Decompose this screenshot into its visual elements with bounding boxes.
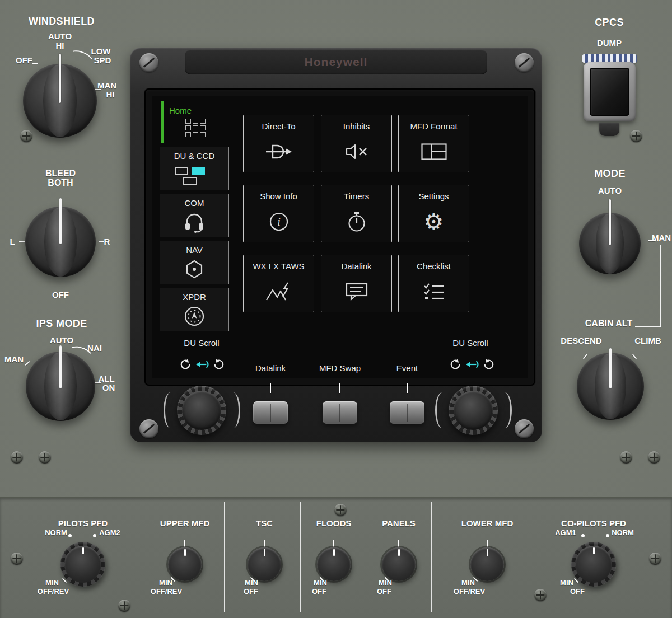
- tick-mark: [487, 540, 488, 547]
- tsc-dimmer-knob[interactable]: [248, 547, 281, 581]
- bezel-screw: [515, 419, 534, 438]
- cabin-alt-title: CABIN ALT: [585, 319, 632, 329]
- avionics-panel: WINDSHIELD AUTO HI OFF LOW SPD MAN HI BL…: [0, 0, 672, 618]
- tick-mark: [184, 540, 185, 547]
- screw: [39, 451, 51, 464]
- screw: [20, 130, 32, 142]
- ccd-cursor-icon: [195, 359, 209, 370]
- tick-mark: [270, 383, 271, 393]
- cabin-pos-climb: CLIMB: [634, 336, 661, 345]
- copilots-pfd-off: OFF: [570, 587, 585, 596]
- screw: [11, 553, 23, 565]
- copilots-pfd-title: CO-PILOTS PFD: [561, 518, 626, 528]
- panels-dimmer-knob[interactable]: [382, 547, 416, 581]
- grid-button-settings[interactable]: Settings ⚙: [398, 185, 469, 242]
- screw: [630, 130, 642, 142]
- upper-mfd-title: UPPER MFD: [160, 518, 209, 528]
- grid-button-checklist[interactable]: Checklist: [398, 255, 469, 312]
- windshield-pos-man-hi: HI: [106, 90, 115, 99]
- section-divider: [431, 502, 432, 612]
- screw: [648, 451, 660, 464]
- windshield-pos-spd: SPD: [94, 55, 111, 65]
- upper-mfd-dimmer-knob[interactable]: [168, 547, 202, 581]
- position-dot: [606, 534, 609, 537]
- message-icon: [321, 275, 391, 307]
- grid-button-inhibits[interactable]: Inhibits: [321, 115, 392, 172]
- tick-mark: [99, 241, 104, 242]
- tick-mark: [19, 241, 25, 242]
- ips-pos-man: MAN: [4, 354, 24, 364]
- floods-dimmer-knob[interactable]: [317, 547, 351, 581]
- sidebar-item-du-ccd[interactable]: DU & CCD: [160, 147, 229, 190]
- man-cabin-leader-line: [635, 326, 661, 327]
- tick-mark: [25, 361, 30, 366]
- gear-icon: ⚙: [399, 205, 469, 237]
- headset-icon: [160, 210, 228, 235]
- windshield-title: WINDSHIELD: [29, 16, 95, 27]
- mfd-swap-button[interactable]: [323, 401, 357, 424]
- bleed-pos-off: OFF: [52, 290, 69, 299]
- screw: [11, 451, 23, 464]
- knob-arc: [435, 392, 449, 428]
- ips-pointer: [59, 345, 62, 388]
- windshield-pos-low: LOW: [91, 46, 111, 56]
- mode-title: MODE: [594, 168, 626, 180]
- bleed-pointer: [59, 198, 62, 244]
- datalink-button[interactable]: [253, 401, 288, 424]
- mode-pointer: [609, 199, 611, 245]
- sidebar-item-com[interactable]: COM: [160, 194, 229, 237]
- tick-mark: [32, 63, 38, 64]
- upper-mfd-min: MIN: [159, 578, 172, 587]
- terrain-lightning-icon: [244, 275, 314, 307]
- section-divider: [300, 502, 301, 612]
- info-icon: i: [244, 205, 314, 237]
- sidebar-item-nav[interactable]: NAV: [160, 241, 229, 284]
- pilots-pfd-pos-norm: NORM: [45, 528, 67, 537]
- grid-button-timers[interactable]: Timers: [321, 185, 392, 242]
- grid-button-direct-to[interactable]: Direct-To: [243, 115, 314, 172]
- active-tab-indicator: [161, 101, 164, 143]
- windshield-pos-off: OFF: [16, 55, 32, 65]
- speaker-mute-icon: [321, 135, 391, 167]
- pilots-pfd-dimmer-knob[interactable]: [60, 542, 105, 587]
- bezel-screw: [515, 53, 534, 72]
- grid-button-show-info[interactable]: Show Info i: [243, 185, 314, 242]
- lower-mfd-dimmer-knob[interactable]: [470, 547, 504, 581]
- rotate-ccw-icon: [179, 358, 192, 371]
- grid-button-wx-lx-taws[interactable]: WX LX TAWS: [243, 255, 314, 312]
- grid-button-datalink[interactable]: Datalink: [321, 255, 392, 312]
- copilots-pfd-dimmer-knob[interactable]: [571, 542, 616, 587]
- ips-pos-all: ALL: [98, 374, 114, 383]
- datalink-key-label: Datalink: [255, 363, 286, 373]
- screw: [620, 451, 632, 464]
- tick-mark: [95, 382, 101, 383]
- du-scroll-knob-right[interactable]: [449, 386, 498, 435]
- cpcs-dump-button[interactable]: [590, 68, 629, 116]
- floods-off: OFF: [312, 587, 326, 596]
- pilots-pfd-min: MIN: [45, 578, 59, 587]
- waypoint-hexagon-icon: [160, 257, 228, 282]
- copilots-pfd-pos-agm1: AGM1: [555, 528, 576, 537]
- screw: [334, 504, 347, 516]
- tick-mark: [95, 89, 101, 90]
- ips-title: IPS MODE: [36, 318, 87, 330]
- section-divider: [224, 502, 225, 612]
- position-dot: [93, 534, 96, 537]
- windshield-pos-man: MAN: [97, 81, 116, 90]
- knob-arc: [498, 392, 512, 428]
- ccd-cursor-icon: [465, 359, 479, 370]
- sidebar-item-home[interactable]: Home: [169, 106, 192, 115]
- event-button[interactable]: [390, 401, 424, 424]
- sidebar-item-xpdr[interactable]: XPDR: [160, 288, 229, 331]
- panels-min: MIN: [379, 578, 392, 587]
- copilots-pfd-pos-norm: NORM: [612, 528, 634, 537]
- home-grid-icon[interactable]: [185, 119, 206, 137]
- floods-title: FLOODS: [316, 518, 352, 528]
- bleed-title-2: BOTH: [48, 178, 73, 188]
- du-scroll-knob-left[interactable]: [177, 386, 226, 435]
- mode-pos-auto: AUTO: [598, 186, 622, 195]
- event-key-label: Event: [396, 363, 418, 373]
- grid-button-mfd-format[interactable]: MFD Format: [398, 115, 469, 172]
- copilots-pfd-min: MIN: [560, 578, 573, 587]
- tick-mark: [407, 383, 408, 393]
